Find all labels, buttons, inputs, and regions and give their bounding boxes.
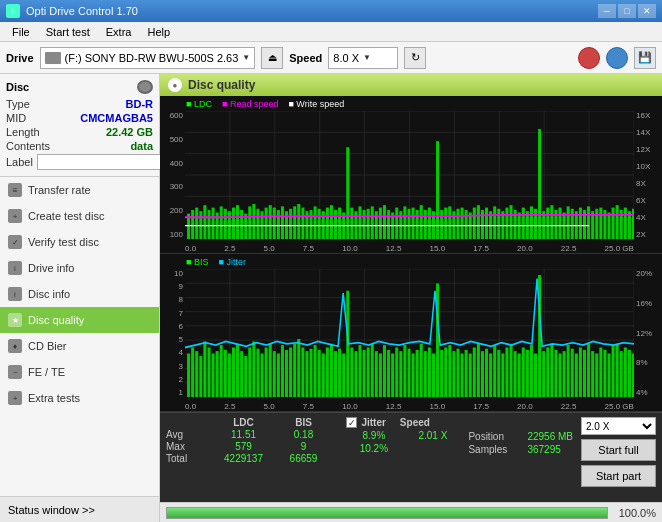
- svg-rect-44: [297, 204, 300, 239]
- svg-rect-64: [379, 208, 382, 239]
- chart2-svg: [185, 269, 634, 397]
- sidebar-item-fe-te[interactable]: ~ FE / TE: [0, 359, 159, 385]
- svg-rect-189: [358, 345, 361, 397]
- menu-file[interactable]: File: [4, 24, 38, 40]
- status-window-label: Status window >>: [8, 504, 95, 516]
- svg-rect-110: [567, 206, 570, 239]
- x2-100: 10.0: [342, 402, 358, 411]
- svg-rect-205: [424, 351, 427, 397]
- speed-select[interactable]: 8.0 X ▼: [328, 47, 398, 69]
- y1r-16x: 16X: [636, 111, 650, 120]
- svg-rect-222: [493, 345, 496, 397]
- svg-rect-209: [440, 350, 443, 397]
- y2r-8: 8%: [636, 358, 648, 367]
- eject-button[interactable]: ⏏: [261, 47, 283, 69]
- menu-extra[interactable]: Extra: [98, 24, 140, 40]
- x1-75: 7.5: [303, 244, 314, 253]
- label-input[interactable]: [37, 154, 170, 170]
- close-button[interactable]: ✕: [638, 4, 656, 18]
- y1-400: 400: [170, 159, 183, 168]
- chart1-svg: [185, 111, 634, 239]
- start-full-button[interactable]: Start full: [581, 439, 656, 461]
- svg-rect-118: [599, 208, 602, 239]
- status-window-button[interactable]: Status window >>: [0, 496, 159, 522]
- svg-rect-175: [301, 347, 304, 397]
- stats-max-ldc: 579: [211, 441, 276, 452]
- sidebar-item-disc-quality[interactable]: ★ Disc quality: [0, 307, 159, 333]
- svg-rect-108: [558, 208, 561, 239]
- samples-value: 367295: [527, 444, 560, 455]
- svg-rect-52: [330, 205, 333, 239]
- x1-200: 20.0: [517, 244, 533, 253]
- length-label: Length: [6, 126, 40, 138]
- svg-rect-197: [391, 354, 394, 397]
- jitter-section: ✓ Jitter Speed 8.9% 2.01 X 10.2%: [346, 417, 460, 498]
- speed-select-right[interactable]: 2.0 X: [581, 417, 656, 435]
- svg-rect-18: [191, 210, 194, 239]
- drive-icon: [45, 52, 61, 64]
- svg-rect-89: [481, 210, 484, 239]
- position-section: Position 22956 MB Samples 367295: [468, 431, 573, 498]
- y2r-12: 12%: [636, 329, 652, 338]
- charts-container: ■ LDC ■ Read speed ■ Write speed 600 500…: [160, 96, 662, 502]
- legend-write-speed: ■ Write speed: [288, 99, 344, 109]
- drive-select[interactable]: (F:) SONY BD-RW BWU-500S 2.63 ▼: [40, 47, 256, 69]
- sidebar-item-disc-info[interactable]: i Disc info: [0, 281, 159, 307]
- svg-rect-93: [497, 209, 500, 239]
- svg-rect-34: [256, 209, 259, 239]
- progress-bar-fill: [167, 508, 607, 518]
- quality-icon: ●: [168, 78, 182, 92]
- y1-600: 600: [170, 111, 183, 120]
- sidebar-item-transfer-rate[interactable]: ≡ Transfer rate: [0, 177, 159, 203]
- svg-rect-85: [465, 210, 468, 239]
- y2r-20: 20%: [636, 269, 652, 278]
- menu-start-test[interactable]: Start test: [38, 24, 98, 40]
- svg-rect-202: [412, 354, 415, 397]
- svg-rect-33: [252, 204, 255, 239]
- start-part-button[interactable]: Start part: [581, 465, 656, 487]
- y1-200: 200: [170, 206, 183, 215]
- sidebar-item-drive-info[interactable]: i Drive info: [0, 255, 159, 281]
- svg-rect-236: [550, 344, 553, 397]
- mid-value: CMCMAGBA5: [80, 112, 153, 124]
- sidebar-item-verify-test-disc[interactable]: ✓ Verify test disc: [0, 229, 159, 255]
- minimize-button[interactable]: ─: [598, 4, 616, 18]
- x1-250: 25.0 GB: [605, 244, 634, 253]
- svg-rect-250: [607, 354, 610, 397]
- svg-rect-167: [269, 344, 272, 397]
- save-button[interactable]: 💾: [634, 47, 656, 69]
- quality-header: ● Disc quality: [160, 74, 662, 96]
- x2-0: 0.0: [185, 402, 196, 411]
- svg-rect-80: [444, 208, 447, 239]
- refresh-button[interactable]: ↻: [404, 47, 426, 69]
- x1-50: 5.0: [264, 244, 275, 253]
- sidebar-item-extra-tests[interactable]: + Extra tests: [0, 385, 159, 411]
- svg-rect-90: [485, 208, 488, 239]
- x1-125: 12.5: [386, 244, 402, 253]
- create-disc-icon: +: [8, 209, 22, 223]
- svg-rect-147: [187, 354, 190, 397]
- jitter-checkbox[interactable]: ✓: [346, 417, 357, 428]
- svg-rect-223: [497, 350, 500, 397]
- x1-100: 10.0: [342, 244, 358, 253]
- svg-rect-165: [261, 354, 264, 397]
- svg-rect-157: [228, 354, 231, 397]
- sidebar-item-create-test-disc[interactable]: + Create test disc: [0, 203, 159, 229]
- svg-rect-47: [309, 210, 312, 239]
- svg-rect-234: [542, 351, 545, 397]
- x1-175: 17.5: [473, 244, 489, 253]
- sidebar-item-cd-bier[interactable]: ♦ CD Bier: [0, 333, 159, 359]
- svg-rect-32: [248, 206, 251, 239]
- svg-rect-213: [456, 349, 459, 397]
- svg-rect-231: [530, 345, 533, 397]
- sidebar-label-extra-tests: Extra tests: [28, 392, 80, 404]
- svg-rect-61: [367, 209, 370, 239]
- svg-rect-160: [240, 351, 243, 397]
- contents-label: Contents: [6, 140, 50, 152]
- y2-2: 2: [179, 375, 183, 384]
- disc-info-icon: i: [8, 287, 22, 301]
- menu-help[interactable]: Help: [139, 24, 178, 40]
- drive-text: (F:) SONY BD-RW BWU-500S 2.63: [65, 52, 239, 64]
- maximize-button[interactable]: □: [618, 4, 636, 18]
- svg-rect-45: [301, 208, 304, 239]
